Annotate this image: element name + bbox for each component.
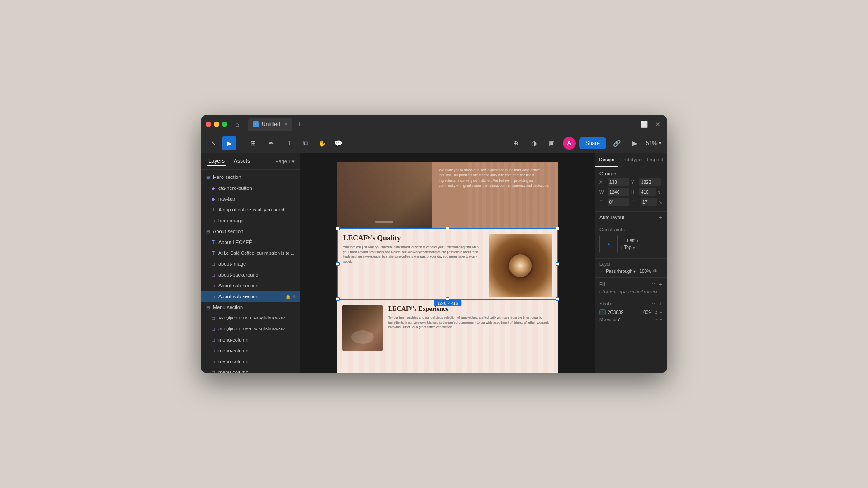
multiplayer-button[interactable]: ▣ — [545, 136, 559, 150]
visibility-toggle-icon[interactable]: 👁 — [653, 268, 658, 274]
share-button[interactable]: Share — [579, 137, 606, 149]
add-fill-button[interactable]: + — [659, 281, 662, 288]
h-input[interactable] — [639, 188, 656, 196]
auto-layout-label: Auto layout — [599, 215, 624, 220]
design-tab[interactable]: Design — [595, 153, 618, 167]
group-icon: □ — [210, 337, 217, 343]
selection-handle-bl[interactable] — [336, 297, 340, 301]
corner-radius-icon: ⌒ — [599, 200, 606, 205]
visibility-icon[interactable]: 👁 — [292, 294, 297, 299]
pen-tool-button[interactable]: ✒ — [264, 136, 278, 150]
layer-hero-section[interactable]: ⊞ Hero-section — [201, 172, 300, 183]
zoom-control[interactable]: 51% ▾ — [646, 140, 661, 146]
play-button[interactable]: ▶ — [628, 136, 642, 150]
layer-about-lecafe[interactable]: T About LECAFÉ — [201, 237, 300, 248]
toolbar-separator-1 — [242, 139, 242, 148]
frame-tool-button[interactable]: ⊞ — [246, 136, 260, 150]
stroke-options-icon[interactable]: ⋯ — [651, 300, 657, 307]
minimize-icon[interactable]: — — [625, 120, 635, 129]
selection-handle-tl[interactable] — [336, 227, 340, 230]
document-tab[interactable]: F Untitled × — [248, 118, 292, 131]
layer-label: menu-column — [218, 337, 297, 343]
layer-menu-col-3[interactable]: □ menu-column — [201, 356, 300, 367]
group-icon: □ — [210, 369, 217, 373]
mixed-options-icon[interactable]: ⋯ — [654, 317, 659, 322]
stroke-remove-icon[interactable]: − — [660, 310, 662, 315]
restore-icon[interactable]: ⬜ — [638, 120, 650, 129]
selection-handle-mr[interactable] — [556, 262, 559, 266]
mixed-remove-icon[interactable]: − — [660, 317, 662, 322]
layer-about-background[interactable]: □ about-background — [201, 269, 300, 280]
layer-about-sub-section-2[interactable]: □ About-sub-section 🔒 👁 — [201, 291, 300, 302]
stroke-color-swatch[interactable] — [599, 309, 606, 315]
move-tool-button[interactable]: ↖ — [207, 136, 221, 150]
layer-about-section[interactable]: ⊞ About-section — [201, 226, 300, 237]
x-input[interactable] — [608, 178, 629, 186]
component-tool-button[interactable]: ⧉ — [298, 136, 313, 150]
layer-font1[interactable]: □ AF1QipOfLT1U5H_AaSgilKbuKwXIM... — [201, 313, 300, 324]
blend-mode-value[interactable]: Pass through ▾ — [606, 269, 636, 274]
selection-handle-br[interactable] — [556, 297, 559, 301]
mixed-value: 7 — [618, 317, 620, 322]
page-selector[interactable]: Page 1 ▾ — [275, 159, 295, 164]
link-proportions-icon[interactable]: ⇕ — [657, 190, 661, 195]
layer-menu-col-4[interactable]: □ menu-column — [201, 367, 300, 373]
text-tool-button[interactable]: T — [282, 136, 297, 150]
layer-properties-section: Layer ○ Pass through ▾ 100% 👁 — [595, 259, 667, 278]
stroke-refresh-icon[interactable]: ↺ — [654, 310, 658, 315]
layer-nav-bar[interactable]: ◆ nav-bar — [201, 193, 300, 204]
layer-menu-col-1[interactable]: □ menu-column — [201, 334, 300, 345]
layer-cta-hero-button[interactable]: ◆ cta-hero-button — [201, 183, 300, 193]
group-icon: □ — [210, 293, 217, 300]
maximize-button[interactable] — [222, 122, 227, 127]
assets-tab[interactable]: Assets — [232, 157, 252, 166]
layer-label: menu-column — [218, 359, 297, 364]
close-icon[interactable]: ✕ — [653, 120, 662, 129]
tab-close-button[interactable]: × — [285, 122, 288, 127]
layers-tab[interactable]: Layers — [207, 157, 226, 166]
hand-tool-button[interactable]: ✋ — [315, 136, 329, 150]
layer-font2[interactable]: □ AF1QipOfLT1U5H_AaSgilKbuKwXIM... — [201, 324, 300, 334]
layer-label: A cup of coffee is all you need. — [218, 207, 297, 212]
y-input[interactable] — [639, 178, 661, 186]
lock-icon[interactable]: 🔒 — [285, 294, 291, 299]
xy-row: X Y — [599, 178, 662, 186]
canvas-area[interactable]: We invite you to discover a new experien… — [301, 153, 594, 373]
inspect-tab[interactable]: Inspect — [643, 153, 667, 167]
fill-options-icon[interactable]: ⋯ — [651, 281, 657, 288]
corner-radius-input[interactable] — [608, 198, 629, 206]
layer-cup-text[interactable]: T A cup of coffee is all you need. — [201, 204, 300, 215]
layer-menu-section[interactable]: ⊞ Menu-section — [201, 302, 300, 313]
group-icon: □ — [210, 358, 217, 365]
layer-hero-image[interactable]: □ hero-image — [201, 215, 300, 226]
corner-smooth-input[interactable] — [641, 198, 657, 206]
theme-button[interactable]: ◑ — [527, 136, 541, 150]
quality-section[interactable]: LECAFÉ's Quality Whether you just want y… — [337, 228, 558, 300]
link-button[interactable]: 🔗 — [610, 136, 624, 150]
selection-handle-tr[interactable] — [556, 227, 559, 230]
blend-caret-icon: ▾ — [633, 269, 636, 274]
selection-tools: ↖ ▶ — [207, 136, 236, 150]
layer-about-sub-section-1[interactable]: □ About-sub-section — [201, 280, 300, 291]
layer-at-le-cafe[interactable]: T At Le Café Coffee, our mission is to .… — [201, 248, 300, 258]
w-input[interactable] — [608, 188, 629, 196]
close-button[interactable] — [206, 122, 211, 127]
home-button[interactable]: ⌂ — [231, 118, 244, 131]
selection-handle-ml[interactable] — [336, 262, 340, 266]
experience-body: Try our fresh pastries and our delicious… — [388, 315, 553, 330]
new-tab-button[interactable]: + — [297, 120, 302, 128]
minimize-button[interactable] — [214, 122, 219, 127]
layer-about-image[interactable]: □ about-image — [201, 258, 300, 269]
plugin-button[interactable]: ⊕ — [509, 136, 523, 150]
select-tool-button[interactable]: ▶ — [222, 136, 236, 150]
text-icon: T — [210, 206, 217, 213]
prototype-tab[interactable]: Prototype — [618, 153, 643, 167]
stroke-opacity-value: 100% — [641, 310, 653, 315]
add-stroke-button[interactable]: + — [659, 300, 662, 307]
text-icon: T — [210, 239, 217, 245]
layer-menu-col-2[interactable]: □ menu-column — [201, 345, 300, 356]
expand-corners-icon[interactable]: ⤡ — [659, 200, 662, 205]
selection-handle-tm[interactable] — [446, 227, 449, 230]
add-auto-layout-button[interactable]: + — [659, 214, 662, 221]
comment-tool-button[interactable]: 💬 — [331, 136, 345, 150]
